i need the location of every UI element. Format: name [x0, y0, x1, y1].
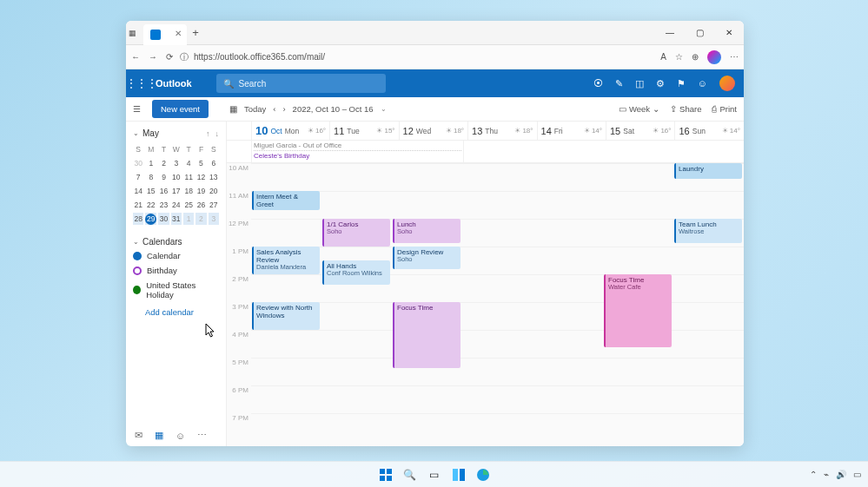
address-bar: ← → ⟳ ⓘ https://outlook.office365.com/ma…: [126, 45, 744, 69]
mail-module-icon[interactable]: ✉: [135, 430, 142, 441]
command-bar: ☰ New event ▦ Today ‹ › 2022, Oct 10 – O…: [126, 97, 744, 122]
day-header[interactable]: 15Sat☀ 16°: [606, 122, 674, 140]
calendar-event[interactable]: Design ReviewSoho: [393, 247, 461, 269]
search-box[interactable]: 🔍 Search: [216, 74, 386, 93]
forward-button[interactable]: →: [149, 52, 157, 62]
calendar-event[interactable]: Review with North Windows: [252, 302, 320, 330]
day-header[interactable]: 14Fri☀ 14°: [537, 122, 606, 140]
start-button[interactable]: [376, 465, 395, 484]
reload-button[interactable]: ⟳: [166, 52, 173, 62]
calendar-event[interactable]: Intern Meet & Greet: [252, 191, 320, 210]
day-header-row: 10OctMon☀ 16°11Tue☀ 15°12Wed☀ 18°13Thu☀ …: [227, 122, 744, 141]
day-icon[interactable]: ◫: [635, 78, 644, 89]
add-calendar-link[interactable]: Add calendar: [131, 302, 221, 317]
time-grid[interactable]: 10 AM11 AM12 PM1 PM2 PM3 PM4 PM5 PM6 PM7…: [227, 163, 744, 446]
flag-icon[interactable]: ⚑: [677, 78, 686, 89]
people-module-icon[interactable]: ☺: [176, 431, 185, 441]
browser-menu-icon[interactable]: ⋯: [730, 52, 739, 62]
day-header[interactable]: 13Thu☀ 18°: [467, 122, 536, 140]
taskbar: 🔍 ▭ ⌃ ⌁ 🔊 ▭: [0, 461, 868, 487]
calendar-list-item[interactable]: United States Holiday: [131, 278, 221, 302]
svg-rect-3: [387, 476, 392, 481]
app-launcher-icon[interactable]: ⋮⋮⋮: [126, 77, 154, 89]
settings-icon[interactable]: ⚙: [656, 78, 665, 89]
module-switcher: ✉ ▦ ☺ ⋯: [131, 424, 221, 446]
calendar-event[interactable]: Team LunchWaitrose: [674, 219, 742, 243]
print-button[interactable]: ⎙ Print: [712, 104, 737, 114]
widgets-icon[interactable]: [449, 465, 468, 484]
minimize-button[interactable]: —: [655, 21, 685, 45]
new-tab-button[interactable]: +: [187, 26, 204, 39]
chevron-down-icon: ⌄: [133, 129, 139, 137]
read-aloud-icon[interactable]: A: [660, 52, 666, 62]
notes-icon[interactable]: ✎: [615, 78, 623, 89]
new-event-button[interactable]: New event: [152, 100, 209, 118]
hamburger-icon[interactable]: ☰: [133, 104, 145, 114]
calendar-module-icon[interactable]: ▦: [155, 430, 163, 441]
calendar-list: CalendarBirthdayUnited States Holiday: [131, 248, 221, 302]
meet-now-icon[interactable]: ⦿: [593, 78, 603, 89]
calendars-header[interactable]: ⌄ Calendars: [131, 235, 221, 248]
tray-chevron-icon[interactable]: ⌃: [810, 470, 817, 479]
close-tab-icon[interactable]: ✕: [175, 29, 182, 38]
allday-event[interactable]: Celeste's Birthday: [254, 152, 461, 160]
battery-icon[interactable]: ▭: [853, 470, 861, 479]
more-modules-icon[interactable]: ⋯: [197, 430, 207, 441]
brand-label: Outlook: [154, 78, 192, 89]
prev-week-button[interactable]: ‹: [273, 104, 275, 114]
day-header[interactable]: 16Sun☀ 14°: [674, 122, 743, 140]
share-button[interactable]: ⇪ Share: [670, 104, 701, 114]
svg-rect-1: [387, 469, 392, 474]
calendar-event[interactable]: Focus TimeWater Cafe: [604, 274, 672, 347]
wifi-icon[interactable]: ⌁: [824, 470, 829, 479]
chevron-down-icon: ⌄: [133, 238, 139, 246]
calendar-event[interactable]: LunchSoho: [393, 219, 461, 243]
day-header[interactable]: 11Tue☀ 15°: [329, 122, 398, 140]
browser-tab[interactable]: ✕: [143, 24, 187, 45]
url-field[interactable]: ⓘ https://outlook.office365.com/mail/: [180, 51, 653, 63]
calendar-event[interactable]: 1/1 CarlosSoho: [322, 219, 390, 247]
volume-icon[interactable]: 🔊: [836, 470, 846, 479]
calendar-event[interactable]: All HandsConf Room Wilkins: [322, 260, 390, 285]
url-text: https://outlook.office365.com/mail/: [194, 52, 325, 62]
site-info-icon[interactable]: ⓘ: [180, 51, 189, 63]
date-range-label[interactable]: 2022, Oct 10 – Oct 16: [293, 104, 374, 114]
search-taskbar-icon[interactable]: 🔍: [401, 465, 420, 484]
user-avatar[interactable]: [719, 76, 735, 91]
chevron-down-icon[interactable]: ⌄: [381, 105, 387, 113]
svg-rect-5: [460, 469, 465, 481]
titlebar: ▦ ✕ + — ▢ ✕: [126, 21, 744, 45]
collections-icon[interactable]: ⊕: [692, 52, 699, 62]
today-button[interactable]: Today: [244, 104, 266, 114]
allday-row: Miguel Garcia - Out of Office Celeste's …: [227, 141, 744, 163]
next-week-button[interactable]: ›: [282, 104, 285, 114]
system-tray[interactable]: ⌃ ⌁ 🔊 ▭: [810, 470, 861, 479]
calendar-event[interactable]: Focus Time: [393, 302, 461, 368]
back-button[interactable]: ←: [131, 52, 140, 62]
calendar-event[interactable]: Sales Analysis ReviewDaniela Mandera: [252, 247, 320, 274]
day-header[interactable]: 12Wed☀ 18°: [399, 122, 467, 140]
mini-prev-icon[interactable]: ↑: [206, 129, 210, 138]
view-selector[interactable]: ▭ Week ⌄: [619, 104, 659, 114]
svg-rect-0: [380, 469, 385, 474]
mini-month-header[interactable]: ⌄ May ↑ ↓: [131, 127, 221, 141]
favorite-icon[interactable]: ☆: [675, 52, 683, 62]
svg-rect-4: [453, 469, 458, 481]
mini-next-icon[interactable]: ↓: [215, 129, 220, 138]
calendar-list-item[interactable]: Calendar: [131, 248, 221, 263]
maximize-button[interactable]: ▢: [685, 21, 714, 45]
allday-event[interactable]: Miguel Garcia - Out of Office: [254, 141, 461, 151]
mini-calendar[interactable]: SMTWTFS301234567891011121314151617181920…: [131, 141, 221, 227]
close-window-button[interactable]: ✕: [714, 21, 744, 45]
outlook-favicon: [150, 30, 161, 40]
mini-month-label: May: [142, 128, 159, 138]
profile-avatar[interactable]: [707, 50, 721, 64]
edge-taskbar-icon[interactable]: [474, 465, 493, 484]
help-icon[interactable]: ☺: [698, 78, 707, 89]
calendar-grid: 10OctMon☀ 16°11Tue☀ 15°12Wed☀ 18°13Thu☀ …: [227, 122, 744, 446]
taskview-icon[interactable]: ▭: [425, 465, 444, 484]
calendar-list-item[interactable]: Birthday: [131, 263, 221, 278]
search-icon: 🔍: [223, 79, 234, 89]
calendar-event[interactable]: Laundry: [674, 163, 742, 179]
day-header[interactable]: 10OctMon☀ 16°: [251, 122, 329, 140]
